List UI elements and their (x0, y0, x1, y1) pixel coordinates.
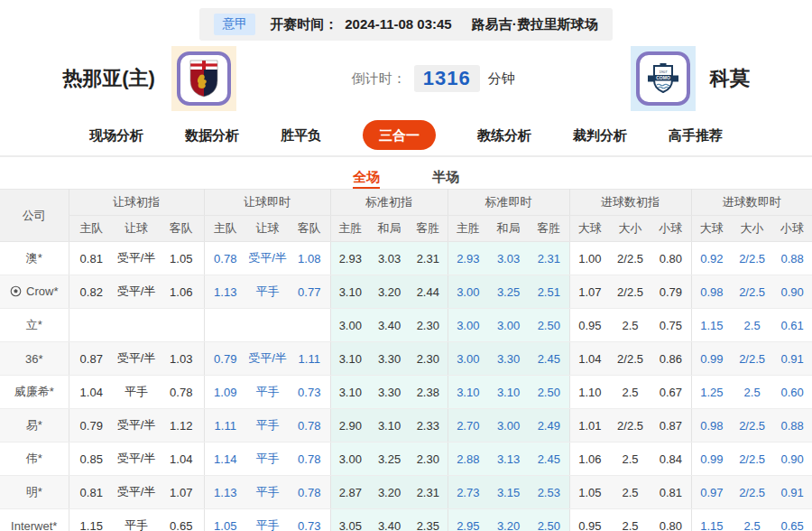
table-row: 36*0.87受平/半1.030.79受平/半1.113.103.302.303… (0, 342, 812, 376)
odds-cell: 2.38 (409, 376, 448, 409)
odds-cell: 2.73 (448, 476, 488, 509)
odds-cell: 1.11 (204, 409, 246, 442)
odds-cell: 1.13 (204, 275, 246, 309)
odds-cell: 2.30 (409, 442, 448, 476)
odds-cell (114, 309, 159, 342)
odds-cell: 1.15 (691, 509, 732, 531)
odds-cell: 2.95 (448, 509, 488, 531)
subcol-header: 客队 (289, 216, 330, 242)
top-info-bar: 意甲 开赛时间： 2024-11-08 03:45 路易吉·费拉里斯球场 (0, 0, 812, 41)
odds-cell: 1.05 (569, 476, 610, 509)
subtab-1[interactable]: 半场 (432, 169, 459, 189)
odds-cell: 2.45 (529, 442, 569, 476)
odds-cell: 受平/半 (114, 409, 159, 442)
odds-cell: 2.35 (409, 509, 448, 531)
nav-tab-4[interactable]: 教练分析 (477, 128, 531, 142)
company-name: 36* (25, 352, 43, 366)
odds-cell: 2/2.5 (610, 275, 651, 309)
svg-text:COMO: COMO (656, 75, 670, 80)
odds-cell: 0.78 (289, 409, 330, 442)
odds-cell: 0.81 (651, 476, 691, 509)
subcol-header: 小球 (772, 216, 812, 242)
odds-cell: 1.11 (289, 342, 330, 376)
countdown-value: 1316 (414, 65, 480, 92)
odds-cell: 0.61 (772, 309, 812, 342)
odds-cell: 受平/半 (114, 442, 159, 476)
odds-cell: 3.25 (370, 442, 409, 476)
odds-cell: 0.91 (772, 342, 812, 376)
odds-cell: 2.30 (409, 309, 448, 342)
company-name: 易* (26, 417, 42, 433)
group-header-3: 标准即时 (448, 190, 569, 216)
countdown-label: 倒计时： (352, 70, 406, 88)
odds-cell: 0.73 (289, 509, 330, 531)
odds-cell: 0.91 (772, 476, 812, 509)
company-cell: 易* (0, 409, 69, 442)
odds-cell: 2/2.5 (732, 342, 772, 376)
subtab-0[interactable]: 全场 (353, 169, 380, 189)
subcol-header: 大球 (691, 216, 732, 242)
odds-cell: 1.07 (159, 476, 204, 509)
home-team-name: 热那亚(主) (62, 65, 155, 92)
odds-cell: 0.92 (691, 242, 732, 275)
odds-cell: 3.10 (330, 342, 370, 376)
odds-cell: 1.05 (159, 242, 204, 275)
odds-cell: 0.78 (204, 242, 246, 275)
odds-cell: 2.5 (610, 476, 651, 509)
odds-cell: 2.50 (529, 509, 569, 531)
odds-cell (159, 309, 204, 342)
odds-cell: 2.31 (529, 242, 569, 275)
odds-cell: 2.50 (529, 309, 569, 342)
odds-cell: 1.10 (569, 376, 610, 409)
subcol-header: 客胜 (409, 216, 448, 242)
odds-cell: 2.5 (610, 509, 651, 531)
nav-tab-3[interactable]: 三合一 (363, 120, 436, 150)
odds-cell: 1.07 (569, 275, 610, 309)
subcol-header: 主队 (204, 216, 246, 242)
odds-cell: 3.10 (448, 376, 488, 409)
subcol-header: 主队 (69, 216, 114, 242)
odds-cell: 1.15 (69, 509, 114, 531)
odds-cell: 0.60 (772, 376, 812, 409)
odds-cell: 3.10 (488, 376, 529, 409)
company-name: 明* (26, 484, 42, 500)
nav-tab-1[interactable]: 数据分析 (185, 128, 239, 142)
odds-cell: 2/2.5 (732, 442, 772, 476)
odds-cell: 0.65 (772, 509, 812, 531)
home-team-logo (171, 46, 236, 111)
company-cell: 明* (0, 476, 69, 509)
nav-tab-6[interactable]: 高手推荐 (669, 128, 723, 142)
countdown-unit: 分钟 (488, 70, 515, 88)
odds-cell: 平手 (246, 409, 289, 442)
subcol-header: 和局 (488, 216, 529, 242)
odds-cell: 2.5 (610, 442, 651, 476)
kickoff-time: 开赛时间： 2024-11-08 03:45 (270, 16, 451, 33)
odds-cell: 3.20 (488, 509, 529, 531)
odds-cell: 1.12 (159, 409, 204, 442)
subcol-header: 客队 (159, 216, 204, 242)
odds-cell: 2.5 (732, 509, 772, 531)
odds-cell: 2.87 (330, 476, 370, 509)
table-row: 威廉希*1.04平手0.781.09平手0.733.103.302.383.10… (0, 376, 812, 409)
nav-tab-0[interactable]: 现场分析 (89, 128, 143, 142)
odds-cell: 2.88 (448, 442, 488, 476)
odds-cell: 受平/半 (246, 342, 289, 376)
odds-cell: 2/2.5 (732, 275, 772, 309)
odds-cell (204, 309, 246, 342)
odds-cell: 0.87 (651, 409, 691, 442)
nav-tabs: 现场分析数据分析胜平负三合一教练分析裁判分析高手推荐 (0, 115, 812, 157)
odds-cell: 平手 (246, 376, 289, 409)
company-name: 澳* (26, 250, 42, 266)
odds-cell: 2.30 (409, 342, 448, 376)
odds-cell: 0.65 (159, 509, 204, 531)
nav-tab-2[interactable]: 胜平负 (281, 128, 321, 142)
odds-cell: 0.78 (289, 442, 330, 476)
odds-cell: 2.33 (409, 409, 448, 442)
nav-tab-5[interactable]: 裁判分析 (573, 128, 627, 142)
group-header-0: 让球初指 (69, 190, 204, 216)
countdown: 倒计时： 1316 分钟 (352, 65, 515, 92)
odds-cell: 0.82 (69, 275, 114, 309)
odds-cell: 受平/半 (114, 476, 159, 509)
company-cell: Crow* (0, 275, 69, 309)
odds-cell (69, 309, 114, 342)
